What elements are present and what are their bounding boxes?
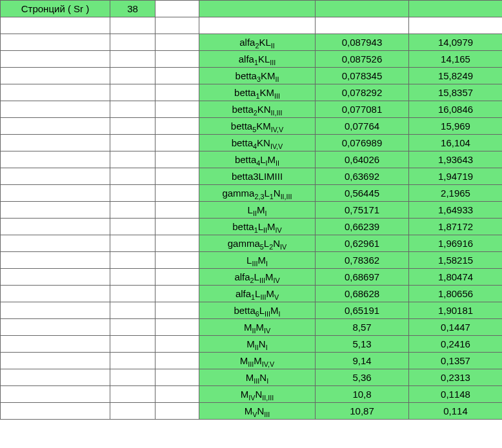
- table-row: MIIMIV8,570,1447: [1, 319, 503, 336]
- element-header-row: Стронций ( Sr ) 38: [1, 1, 503, 17]
- table-row: MVNIII10,870,114: [1, 403, 503, 420]
- xray-line-name: LIIMI: [199, 202, 316, 219]
- xray-line-value-2: 0,1148: [409, 386, 503, 403]
- blank-cell: [110, 84, 156, 101]
- xray-line-value-1: 0,07764: [316, 118, 409, 135]
- blank-cell: [1, 135, 110, 151]
- table-row: MIIINI5,360,2313: [1, 369, 503, 386]
- xray-line-value-1: 0,56445: [316, 185, 409, 202]
- xray-line-value-1: 0,68628: [316, 286, 409, 302]
- table-row: betta2KNII,III0,07708116,0846: [1, 101, 503, 118]
- xray-line-name: MVNIII: [199, 403, 316, 420]
- xray-line-name: LIIIMI: [199, 252, 316, 269]
- blank-cell: [110, 101, 156, 118]
- table-row: betta4KNIV,V0,07698916,104: [1, 135, 503, 151]
- xray-line-name: MIIINI: [199, 369, 316, 386]
- xray-line-value-1: 0,077081: [316, 101, 409, 118]
- blank-cell: [110, 151, 156, 168]
- element-name-cell: Стронций ( Sr ): [1, 1, 110, 17]
- blank-cell: [156, 319, 199, 336]
- table-row: alfa2KLII0,08794314,0979: [1, 34, 503, 51]
- blank-cell: [156, 369, 199, 386]
- xray-line-value-1: 5,13: [316, 336, 409, 353]
- xray-line-value-1: 8,57: [316, 319, 409, 336]
- blank-cell: [1, 151, 110, 168]
- blank-cell: [156, 235, 199, 252]
- blank-cell: [156, 51, 199, 68]
- table-row: betta6LIIIMI0,651911,90181: [1, 302, 503, 319]
- blank-cell: [1, 118, 110, 135]
- xray-line-value-1: 0,078292: [316, 84, 409, 101]
- xray-line-name: betta2KNII,III: [199, 101, 316, 118]
- xray-line-name: MIIMIV: [199, 319, 316, 336]
- xray-line-value-1: 0,68697: [316, 269, 409, 286]
- blank-cell: [409, 1, 503, 17]
- blank-cell: [1, 68, 110, 84]
- xray-line-value-1: 0,64026: [316, 151, 409, 168]
- blank-cell: [1, 336, 110, 353]
- blank-cell: [1, 286, 110, 302]
- blank-cell: [316, 1, 409, 17]
- xray-line-value-2: 16,104: [409, 135, 503, 151]
- blank-cell: [156, 202, 199, 219]
- blank-cell: [156, 34, 199, 51]
- blank-cell: [110, 17, 156, 34]
- blank-cell: [156, 168, 199, 185]
- table-row: betta1KMIII0,07829215,8357: [1, 84, 503, 101]
- blank-cell: [1, 269, 110, 286]
- blank-cell: [156, 135, 199, 151]
- xray-line-value-1: 0,078345: [316, 68, 409, 84]
- xray-line-value-1: 0,65191: [316, 302, 409, 319]
- xray-line-value-1: 0,087526: [316, 51, 409, 68]
- blank-cell: [1, 84, 110, 101]
- table-row: betta3KMII0,07834515,8249: [1, 68, 503, 84]
- blank-cell: [110, 202, 156, 219]
- table-row: gamma2,3L1NII,III0,564452,1965: [1, 185, 503, 202]
- xray-line-value-2: 0,1447: [409, 319, 503, 336]
- xray-line-name: MIINI: [199, 336, 316, 353]
- xray-line-value-2: 15,8249: [409, 68, 503, 84]
- blank-cell: [1, 252, 110, 269]
- blank-cell: [110, 51, 156, 68]
- blank-cell: [156, 185, 199, 202]
- blank-cell: [1, 369, 110, 386]
- xray-line-name: MIIIMIV,V: [199, 353, 316, 369]
- blank-cell: [156, 403, 199, 420]
- blank-cell: [1, 403, 110, 420]
- blank-cell: [156, 68, 199, 84]
- xray-line-name: alfa2LIIIMIV: [199, 269, 316, 286]
- blank-cell: [1, 185, 110, 202]
- xray-line-value-2: 1,94719: [409, 168, 503, 185]
- xray-line-name: alfa2KLII: [199, 34, 316, 51]
- blank-cell: [1, 168, 110, 185]
- blank-cell: [110, 185, 156, 202]
- xray-line-value-2: 1,58215: [409, 252, 503, 269]
- xray-line-value-2: 1,80474: [409, 269, 503, 286]
- xray-line-value-2: 0,2416: [409, 336, 503, 353]
- blank-cell: [110, 269, 156, 286]
- xray-line-value-2: 0,1357: [409, 353, 503, 369]
- blank-cell: [110, 34, 156, 51]
- xray-line-value-2: 1,64933: [409, 202, 503, 219]
- blank-cell: [110, 319, 156, 336]
- element-z-cell: 38: [110, 1, 156, 17]
- xray-line-value-1: 9,14: [316, 353, 409, 369]
- xray-lines-table: Стронций ( Sr ) 38 alfa2KLII0,08794314,0…: [0, 0, 502, 420]
- table-row: MIINI5,130,2416: [1, 336, 503, 353]
- table-row: betta3LIMIII0,636921,94719: [1, 168, 503, 185]
- blank-cell: [156, 336, 199, 353]
- blank-cell: [110, 302, 156, 319]
- blank-cell: [156, 1, 199, 17]
- blank-cell: [110, 252, 156, 269]
- xray-line-value-1: 5,36: [316, 369, 409, 386]
- blank-cell: [110, 403, 156, 420]
- xray-line-name: betta5KMIV,V: [199, 118, 316, 135]
- blank-cell: [1, 51, 110, 68]
- blank-cell: [199, 1, 316, 17]
- xray-line-value-1: 10,87: [316, 403, 409, 420]
- blank-cell: [1, 202, 110, 219]
- blank-cell: [110, 118, 156, 135]
- table-row: betta1LIIMIV0,662391,87172: [1, 219, 503, 235]
- blank-cell: [409, 17, 503, 34]
- xray-line-value-1: 0,076989: [316, 135, 409, 151]
